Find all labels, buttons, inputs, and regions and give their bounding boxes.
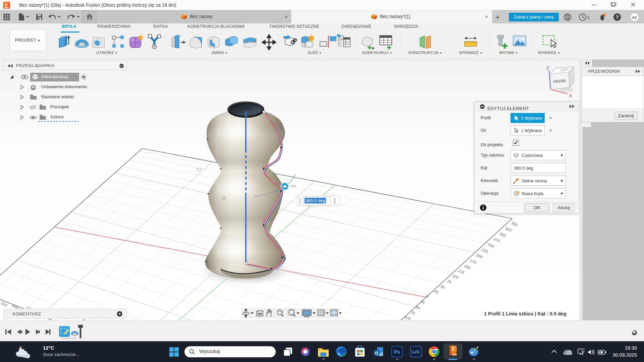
svg-text:F: F bbox=[5, 3, 8, 8]
svg-text:Ps: Ps bbox=[394, 349, 400, 355]
svg-text:1: 1 bbox=[587, 15, 590, 20]
svg-text:Z: Z bbox=[546, 66, 549, 70]
svg-text:O: O bbox=[375, 351, 378, 356]
svg-text:LrC: LrC bbox=[412, 349, 420, 354]
svg-text:X: X bbox=[569, 94, 572, 98]
svg-text:AZ: AZ bbox=[632, 15, 637, 19]
svg-text:?: ? bbox=[616, 14, 619, 20]
svg-text:F: F bbox=[452, 346, 455, 352]
svg-text:FUS: FUS bbox=[452, 353, 457, 356]
